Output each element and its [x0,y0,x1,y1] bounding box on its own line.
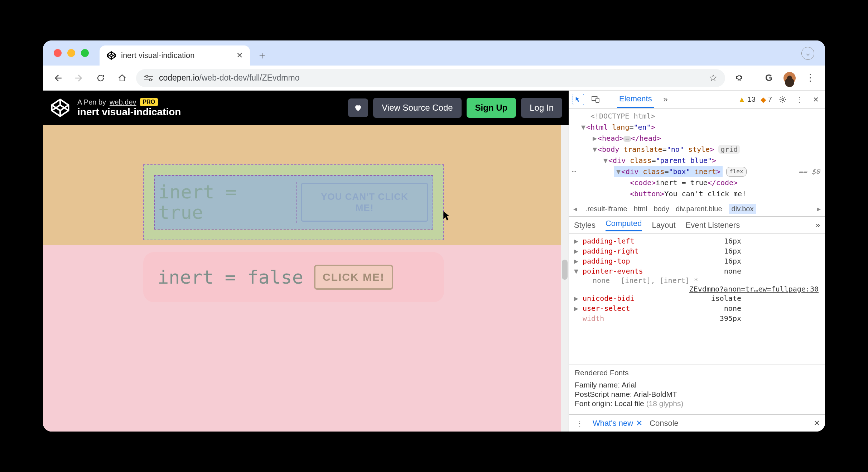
dom-div-box[interactable]: ▼<div class="box" inert> flex == $0 [614,166,825,177]
byline-author[interactable]: web.dev [110,98,136,106]
tab-search-button[interactable]: ⌵ [801,47,814,60]
computed-prop[interactable]: unicode-bidi [583,294,635,303]
subtab-layout[interactable]: Layout [652,221,675,230]
cursor-icon [443,211,451,222]
reload-button[interactable] [93,71,108,86]
drawer-menu-icon[interactable]: ⋮ [574,418,585,429]
click-me-button[interactable]: CLICK ME! [314,265,393,290]
page: A Pen by web.dev PRO inert visual-indica… [43,91,569,432]
device-toolbar-icon[interactable] [590,94,601,105]
codepen-favicon [107,51,116,60]
dom-html[interactable]: ▼<html lang="en"> [581,122,825,133]
close-icon[interactable]: ✕ [636,419,642,428]
view-source-button[interactable]: View Source Code [373,98,461,118]
breadcrumb-item[interactable]: .result-iframe [585,205,627,213]
computed-prop[interactable]: padding-right [583,247,639,255]
signup-button[interactable]: Sign Up [467,98,516,118]
chrome-menu-icon[interactable]: ⋮ [803,71,818,86]
computed-prop[interactable]: padding-top [583,257,630,265]
pro-badge: PRO [140,98,158,106]
subtab-more-icon[interactable]: » [816,221,820,230]
pen-title-block: A Pen by web.dev PRO inert visual-indica… [77,98,181,118]
computed-val: 16px [724,247,820,255]
drawer-tab-console[interactable]: Console [650,419,679,428]
home-button[interactable] [115,71,130,86]
settings-gear-icon[interactable] [777,94,789,105]
subtab-computed[interactable]: Computed [606,219,642,231]
extension-icons: G ⋮ [732,71,818,86]
devtools-menu-icon[interactable]: ⋮ [794,94,805,105]
breadcrumb-item[interactable]: body [654,205,669,213]
codepen-logo-icon[interactable] [49,97,71,119]
login-button[interactable]: Log In [521,98,562,118]
drawer-close-icon[interactable]: ✕ [814,419,820,428]
computed-prop[interactable]: width [583,314,604,323]
tab-title: inert visual-indication [121,51,194,60]
devtools-drawer: ⋮ What's new✕ Console ✕ [569,414,825,432]
breadcrumb-item[interactable]: div.parent.blue [676,205,722,213]
google-icon[interactable]: G [761,71,776,86]
issues-badge[interactable]: ◆7 [761,95,772,104]
inert-true-button: YOU CAN'T CLICK ME! [301,183,428,222]
bottom-section: inert = false CLICK ME! [43,245,569,432]
devtools-panel: Elements » ▲13 ◆7 ⋮ ✕ ⋯ <!DOCTYPE html> … [569,91,825,432]
window-minimize[interactable] [67,49,75,57]
dom-tree[interactable]: ⋯ <!DOCTYPE html> ▼<html lang="en"> ▶<he… [569,109,825,201]
dom-head[interactable]: ▶<head>⋯</head> [593,133,825,144]
profile-avatar[interactable] [783,72,796,84]
drawer-tab-whatsnew[interactable]: What's new✕ [593,419,642,428]
computed-source-link[interactable]: ZEvdmmo?anon=tr…ew=fullpage:30 [603,285,820,293]
warnings-count: 13 [748,95,756,103]
subtab-event-listeners[interactable]: Event Listeners [686,221,740,230]
inert-true-code: inert = true [155,182,296,223]
separator [754,73,754,83]
subtab-styles[interactable]: Styles [574,221,595,230]
computed-source[interactable]: none[inert], [inert] * [574,276,820,285]
dom-code[interactable]: <code>inert = true</code> [630,177,825,188]
site-info-icon[interactable] [144,75,153,81]
browser-tab[interactable]: inert visual-indication ✕ [100,45,250,66]
url-host: codepen.io [159,73,199,82]
computed-panel[interactable]: ▶padding-left16px ▶padding-right16px ▶pa… [569,234,825,365]
dom-breadcrumb[interactable]: ◂ .result-iframe html body div.parent.bl… [569,201,825,217]
close-tab-icon[interactable]: ✕ [236,51,243,60]
breadcrumb-item[interactable]: html [634,205,647,213]
page-scrollbar-thumb[interactable] [562,260,568,280]
computed-prop[interactable]: padding-left [583,237,635,245]
computed-val: isolate [711,294,820,303]
breadcrumb-item-selected[interactable]: div.box [729,204,757,214]
font-postscript-line: PostScript name: Arial-BoldMT [575,390,819,399]
dom-doctype[interactable]: <!DOCTYPE html> [590,111,825,122]
more-tabs-icon[interactable]: » [660,94,671,105]
warnings-badge[interactable]: ▲13 [738,95,756,103]
issues-count: 7 [768,95,772,103]
dom-ellipsis-icon[interactable]: ⋯ [572,166,576,177]
inspect-element-icon[interactable] [573,94,584,105]
breadcrumb-left-icon[interactable]: ◂ [571,204,579,213]
heart-button[interactable] [348,98,368,117]
computed-prop[interactable]: pointer-events [583,267,643,275]
new-tab-button[interactable]: ＋ [255,48,269,63]
dom-button[interactable]: <button>You can't click me! [630,188,825,199]
address-bar[interactable]: codepen.io/web-dot-dev/full/ZEvdmmo ☆ [136,69,725,87]
rendered-fonts-title: Rendered Fonts [575,369,819,377]
dom-eq0: == $0 [799,166,825,177]
bookmark-star-icon[interactable]: ☆ [709,72,717,83]
dom-body[interactable]: ▼<body translate="no" style> grid [593,144,825,155]
dom-div-parent[interactable]: ▼<div class="parent blue"> [603,155,825,166]
url-path: /web-dot-dev/full/ZEvdmmo [199,73,300,82]
forward-button[interactable] [72,71,87,86]
svg-point-3 [149,79,151,81]
demo-body: inert = true YOU CAN'T CLICK ME! inert =… [43,125,569,432]
flex-badge[interactable]: flex [726,167,747,177]
window-close[interactable] [54,49,62,57]
page-scrollbar[interactable] [561,125,569,432]
computed-prop[interactable]: user-select [583,304,630,313]
devtools-close-icon[interactable]: ✕ [810,94,821,105]
back-button[interactable] [50,71,65,86]
breadcrumb-right-icon[interactable]: ▸ [815,204,823,213]
codepen-header-actions: View Source Code Sign Up Log In [348,98,562,118]
extensions-icon[interactable] [732,71,747,86]
window-zoom[interactable] [81,49,89,57]
tab-elements[interactable]: Elements [617,91,654,108]
